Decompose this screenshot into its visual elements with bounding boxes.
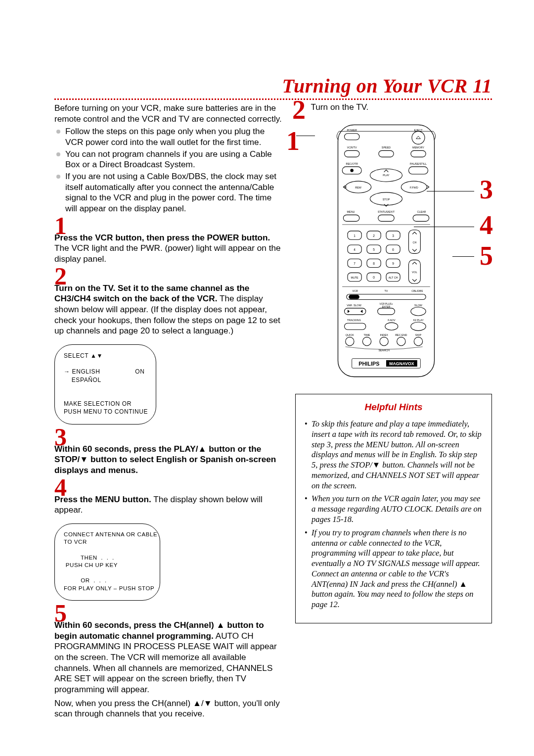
label-tv: TV xyxy=(385,289,388,292)
label-time: TIME xyxy=(364,333,370,336)
svg-text:8: 8 xyxy=(373,262,375,265)
label-vol: VOL xyxy=(412,271,417,274)
page-title: Turning on Your VCR 11 xyxy=(282,75,492,97)
label-memory: MEMORY xyxy=(412,146,425,149)
step-2-text: Turn on the TV. Set it to the same chann… xyxy=(54,283,283,336)
hint-item: When you turn on the VCR again later, yo… xyxy=(304,494,484,524)
step-3-text: Within 60 seconds, press the PLAY/▲ butt… xyxy=(54,444,283,476)
svg-rect-43 xyxy=(349,295,359,299)
right-step-2: 2 Turn on the TV. xyxy=(292,101,365,121)
leader-line xyxy=(427,191,474,191)
svg-point-49 xyxy=(385,323,398,330)
svg-text:2: 2 xyxy=(373,234,375,237)
step-1-text: Press the VCR button, then press the POW… xyxy=(54,233,283,265)
brand-magnavox: MAGNAVOX xyxy=(389,361,414,366)
svg-text:5: 5 xyxy=(373,248,375,251)
label-ffwd: F.FWD xyxy=(410,186,418,189)
bullet-item: You can not program channels if you are … xyxy=(54,149,283,170)
svg-point-51 xyxy=(346,337,354,345)
step-3-bold: Within 60 seconds, press the PLAY/▲ butt… xyxy=(54,444,276,475)
svg-point-2 xyxy=(412,131,425,144)
label-pause: PAUSE/STILL xyxy=(410,162,427,165)
label-index: INDEX xyxy=(380,333,388,336)
label-recend: REC END xyxy=(395,333,407,336)
step-number-1: 1 xyxy=(54,217,283,235)
step-number-3: 3 xyxy=(54,428,283,446)
label-clear: CLEAR xyxy=(417,210,426,213)
right-step-2-text: Turn on the TV. xyxy=(311,102,368,112)
label-cbl: CBL/DBS xyxy=(411,289,423,292)
svg-rect-1 xyxy=(345,134,359,140)
svg-rect-15 xyxy=(413,215,429,221)
step-5-tail: Now, when you press the CH(annel) ▲/▼ bu… xyxy=(54,698,283,719)
svg-rect-13 xyxy=(343,215,359,221)
label-menu: MENU xyxy=(347,210,355,213)
step-number-5: 5 xyxy=(54,605,283,622)
label-play: PLAY xyxy=(383,174,390,177)
label-skip: SKIP xyxy=(415,333,422,336)
step-number-2: 2 xyxy=(54,268,283,285)
remote-svg: POWER EJECT VCR/TV SPEED MEMORY REC/OTR … xyxy=(307,123,465,380)
hint-item: If you try to program channels when ther… xyxy=(304,528,484,610)
leader-line xyxy=(296,136,315,136)
left-column: Before turning on your VCR, make sure ba… xyxy=(54,103,283,722)
svg-point-55 xyxy=(414,337,422,345)
label-vcr-tv: VCR/TV xyxy=(347,146,357,149)
callout-4: 4 xyxy=(480,212,493,238)
svg-text:ENTER: ENTER xyxy=(382,306,391,308)
bullet-item: Follow the steps on this page only when … xyxy=(54,126,283,147)
label-stop: STOP xyxy=(383,198,390,201)
callout-3: 3 xyxy=(480,176,493,203)
label-mute: MUTE xyxy=(351,276,358,279)
svg-text:4: 4 xyxy=(354,248,356,251)
leader-line xyxy=(452,256,474,257)
brand-philips: PHILIPS xyxy=(358,361,379,367)
step-number-4: 4 xyxy=(54,479,283,496)
svg-text:6: 6 xyxy=(392,248,394,251)
svg-point-53 xyxy=(380,337,388,345)
step-4-text: Press the MENU button. The display shown… xyxy=(54,494,283,516)
step-1-rest: The VCR light and the PWR. (power) light… xyxy=(54,243,281,264)
svg-text:3: 3 xyxy=(392,234,394,237)
label-speed: SPEED xyxy=(382,146,391,149)
label-search: SEARCH xyxy=(378,349,390,352)
svg-text:9: 9 xyxy=(392,262,394,265)
label-rew: REW xyxy=(355,186,362,189)
svg-rect-48 xyxy=(345,323,366,330)
svg-text:7: 7 xyxy=(354,262,356,265)
label-varslow: VAR. SLOW xyxy=(347,304,362,307)
label-fadv: F.ADV xyxy=(388,319,396,322)
callout-1: 1 xyxy=(286,128,300,154)
label-status: STATUS/EXIT xyxy=(378,210,395,213)
svg-rect-46 xyxy=(378,308,395,315)
svg-point-7 xyxy=(350,169,354,172)
right-step-2-num: 2 xyxy=(292,95,306,125)
svg-point-47 xyxy=(411,307,426,316)
leader-line xyxy=(414,227,474,227)
step-1-bold: Press the VCR button, then press the POW… xyxy=(54,233,270,242)
svg-rect-14 xyxy=(378,215,395,221)
remote-illustration: 1 3 4 5 POWER EJECT V xyxy=(295,123,492,380)
label-power: POWER xyxy=(347,129,357,132)
svg-rect-4 xyxy=(379,150,394,157)
label-enter: VCR PLUS+ xyxy=(379,303,393,305)
callout-5: 5 xyxy=(480,242,493,269)
label-ch: CH xyxy=(413,241,417,244)
label-slow: SLOW xyxy=(414,304,423,307)
intro-bullets: Follow the steps on this page only when … xyxy=(54,126,283,214)
svg-rect-8 xyxy=(409,167,428,174)
step-4-bold: Press the MENU button. xyxy=(54,494,151,504)
right-column: 2 Turn on the TV. 1 3 4 5 POWER xyxy=(295,103,492,722)
label-x2: X2 PLAY xyxy=(413,319,424,322)
osd-panel-language: SELECT ▲▼ → ENGLISH ON ESPAÑOL MAKE SELE… xyxy=(54,344,156,425)
svg-text:1: 1 xyxy=(354,234,356,237)
divider xyxy=(54,98,492,100)
svg-rect-5 xyxy=(411,150,426,157)
svg-point-50 xyxy=(411,322,426,331)
osd-panel-connect: CONNECT ANTENNA OR CABLE TO VCR THEN . .… xyxy=(54,523,160,601)
svg-rect-3 xyxy=(345,150,359,157)
label-vcr: VCR xyxy=(352,289,358,292)
bullet-item: If you are not using a Cable Box/DBS, th… xyxy=(54,171,283,214)
label-tracking: TRACKING xyxy=(347,319,361,322)
helpful-hints-box: Helpful Hints To skip this feature and p… xyxy=(295,394,492,623)
